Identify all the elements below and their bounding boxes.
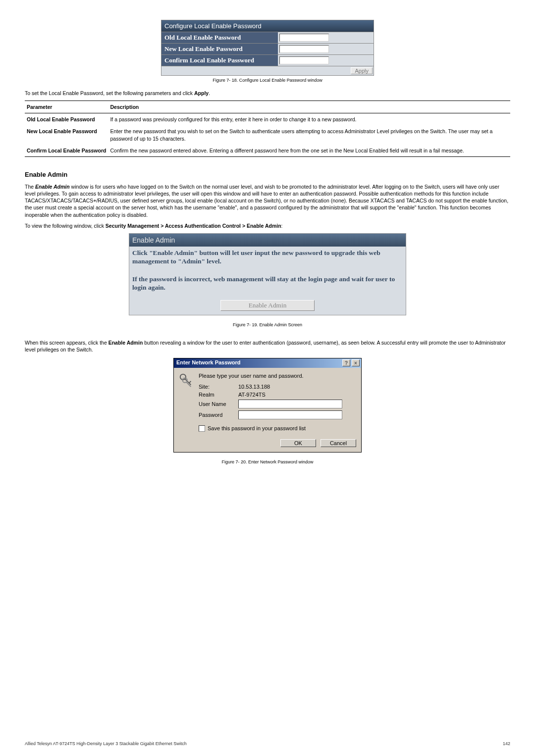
network-password-dialog: Enter Network Password ? × Please type y… bbox=[173, 358, 362, 453]
confirm-password-input[interactable] bbox=[279, 56, 329, 64]
save-password-label: Save this password in your password list bbox=[208, 425, 306, 431]
table-row: Confirm Local Enable Password Confirm th… bbox=[25, 145, 510, 157]
dialog-instruction: Please type your user name and password. bbox=[199, 373, 356, 379]
username-input[interactable] bbox=[238, 400, 342, 408]
table-row: New Local Enable Password Enter the new … bbox=[25, 125, 510, 144]
site-value: 10.53.13.188 bbox=[238, 384, 270, 390]
figure-caption-1: Figure 7- 18. Configure Local Enable Pas… bbox=[25, 78, 510, 83]
apply-button[interactable]: Apply bbox=[351, 67, 373, 74]
figure-caption-2: Figure 7- 19. Enable Admin Screen bbox=[25, 322, 510, 327]
cancel-button[interactable]: Cancel bbox=[321, 439, 356, 447]
enable-admin-title: Enable Admin bbox=[129, 234, 406, 247]
keys-icon bbox=[179, 373, 195, 433]
realm-label: Realm bbox=[199, 392, 238, 398]
enable-admin-button[interactable]: Enable Admin bbox=[220, 300, 315, 311]
old-password-label: Old Local Enable Password bbox=[161, 32, 278, 43]
site-label: Site: bbox=[199, 384, 238, 390]
enable-admin-text-1: Click "Enable Admin" button will let use… bbox=[132, 249, 403, 266]
ok-button[interactable]: OK bbox=[280, 439, 316, 447]
enable-admin-paragraph: The Enable Admin window is for users who… bbox=[25, 183, 510, 218]
new-password-label: New Local Enable Password bbox=[161, 43, 278, 54]
enable-admin-window: Enable Admin Click "Enable Admin" button… bbox=[129, 233, 406, 315]
realm-value: AT-9724TS bbox=[238, 392, 266, 398]
close-icon[interactable]: × bbox=[352, 359, 360, 366]
help-icon[interactable]: ? bbox=[342, 359, 350, 366]
intro-text: To set the Local Enable Password, set th… bbox=[25, 90, 510, 97]
password-input[interactable] bbox=[238, 410, 342, 419]
new-password-input[interactable] bbox=[279, 45, 329, 53]
window-title: Configure Local Enable Password bbox=[161, 20, 374, 32]
navigation-text: To view the following window, click Secu… bbox=[25, 222, 510, 229]
old-password-input[interactable] bbox=[279, 34, 329, 42]
password-label: Password bbox=[199, 412, 238, 418]
section-heading: Enable Admin bbox=[25, 171, 510, 178]
screen-description: When this screen appears, click the Enab… bbox=[25, 339, 510, 353]
table-header-description: Description bbox=[108, 101, 510, 113]
username-label: User Name bbox=[199, 401, 238, 407]
table-row: Old Local Enable Password If a password … bbox=[25, 113, 510, 126]
parameter-table: Parameter Description Old Local Enable P… bbox=[25, 101, 510, 157]
figure-caption-3: Figure 7- 20. Enter Network Password win… bbox=[25, 459, 510, 464]
confirm-password-label: Confirm Local Enable Password bbox=[161, 54, 278, 66]
table-header-parameter: Parameter bbox=[25, 101, 108, 113]
configure-password-window: Configure Local Enable Password Old Loca… bbox=[161, 20, 374, 76]
save-password-checkbox[interactable] bbox=[199, 425, 205, 432]
svg-line-2 bbox=[189, 381, 191, 383]
enable-admin-text-2: If the password is incorrect, web manage… bbox=[132, 275, 403, 292]
dialog-title: Enter Network Password bbox=[176, 359, 241, 366]
